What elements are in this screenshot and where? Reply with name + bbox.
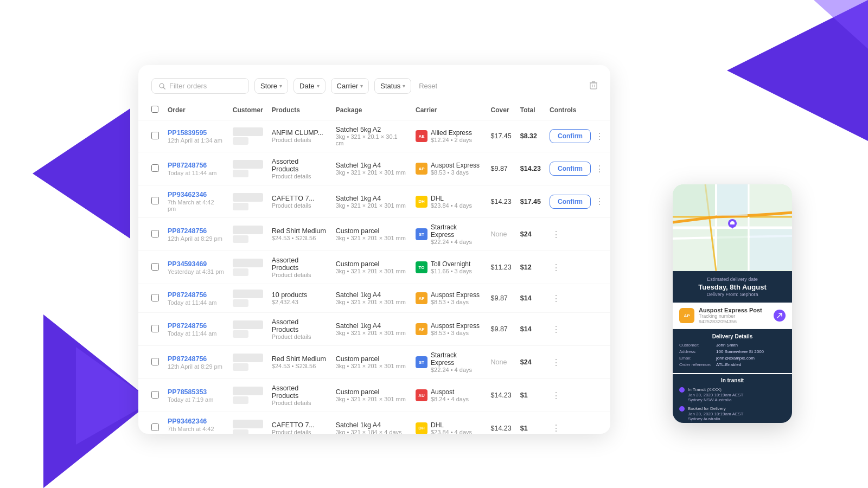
confirm-button[interactable]: Confirm xyxy=(550,162,591,176)
carrier-name: Toll Overnight xyxy=(431,260,472,268)
row-checkbox[interactable] xyxy=(151,423,159,431)
delete-button[interactable] xyxy=(590,81,597,92)
row-checkbox[interactable] xyxy=(151,197,159,204)
svg-rect-7 xyxy=(590,83,597,89)
status-filter[interactable]: Status ▾ xyxy=(374,78,411,94)
order-id[interactable]: PP34593469 xyxy=(168,260,224,268)
package-dimensions: 3kg • 321 × 201 × 301 mm xyxy=(336,235,407,241)
product-name: CAFETTO 7... xyxy=(272,421,327,429)
reference-value: ATL-Enabled xyxy=(716,362,741,367)
reset-button[interactable]: Reset xyxy=(419,82,437,90)
store-filter[interactable]: Store ▾ xyxy=(254,78,288,94)
customer-location xyxy=(233,137,248,145)
order-cell: PP87248756 Today at 11:44 am xyxy=(163,284,228,313)
order-id[interactable]: PP15839595 xyxy=(168,129,224,137)
product-name: ANFIM CLUMP... xyxy=(272,129,327,137)
order-id[interactable]: PP87248756 xyxy=(168,322,224,330)
transit-dot xyxy=(679,406,685,412)
customer-cell xyxy=(228,251,267,284)
more-options-button[interactable]: ⋮ xyxy=(593,163,606,175)
phone-carrier-row: AP Auspost Express Post Tracking number … xyxy=(673,303,792,329)
carrier-price: $8.53 • 3 days xyxy=(431,169,480,176)
controls-cell: ⋮ xyxy=(545,379,610,412)
package-name: Satchel 1kg A4 xyxy=(336,291,407,299)
total-cell: $8.32 xyxy=(516,120,545,152)
svg-rect-22 xyxy=(750,229,792,270)
carrier-logo: DH xyxy=(416,422,427,434)
more-options-button[interactable]: ⋮ xyxy=(550,292,563,305)
details-title: Delivery Details xyxy=(679,333,786,339)
order-id[interactable]: PP87248756 xyxy=(168,227,224,235)
product-detail: Product details xyxy=(272,137,327,143)
deco-arrow-top-right xyxy=(694,0,868,141)
confirm-button[interactable]: Confirm xyxy=(550,129,591,143)
svg-marker-2 xyxy=(33,108,130,239)
customer-name xyxy=(233,420,263,428)
customer-location xyxy=(233,330,248,338)
more-options-button[interactable]: ⋮ xyxy=(593,195,606,208)
customer-cell xyxy=(228,218,267,251)
total-cell: $17.45 xyxy=(516,185,545,218)
more-options-button[interactable]: ⋮ xyxy=(550,389,563,402)
package-name: Satchel 5kg A2 xyxy=(336,126,407,133)
date-filter[interactable]: Date ▾ xyxy=(293,78,325,94)
more-options-button[interactable]: ⋮ xyxy=(550,356,563,369)
order-id[interactable]: PP93462346 xyxy=(168,418,224,425)
row-checkbox[interactable] xyxy=(151,294,159,301)
package-name: Satchel 1kg A4 xyxy=(336,195,407,202)
search-box[interactable]: Filter orders xyxy=(151,78,249,94)
customer-location xyxy=(233,363,248,371)
row-checkbox-cell xyxy=(138,313,163,346)
customer-cell xyxy=(228,284,267,313)
row-checkbox[interactable] xyxy=(151,391,159,399)
total-cell: $14.23 xyxy=(516,152,545,185)
product-detail: Product details xyxy=(272,333,327,340)
products-column-header: Products xyxy=(267,102,331,120)
carrier-cell: AP Auspost Express $8.53 • 3 days xyxy=(411,313,487,346)
order-id[interactable]: PP93462346 xyxy=(168,191,224,198)
order-id[interactable]: PP87248756 xyxy=(168,162,224,169)
row-checkbox[interactable] xyxy=(151,263,159,271)
row-checkbox[interactable] xyxy=(151,358,159,365)
row-checkbox[interactable] xyxy=(151,325,159,332)
order-cell: PP87248756 Today at 11:44 am xyxy=(163,313,228,346)
phone-tracking-action[interactable] xyxy=(774,310,786,322)
carrier-name: Auspost Express xyxy=(431,162,480,169)
customer-label: Customer: xyxy=(679,343,712,348)
more-options-button[interactable]: ⋮ xyxy=(550,422,563,434)
row-checkbox[interactable] xyxy=(151,132,159,139)
carrier-cell: AP Auspost Express $8.53 • 3 days xyxy=(411,152,487,185)
package-dimensions: 3kg • 321 × 184 × 4 days xyxy=(336,429,407,434)
product-name: Assorted Products xyxy=(272,158,327,173)
more-options-button[interactable]: ⋮ xyxy=(550,228,563,241)
more-options-button[interactable]: ⋮ xyxy=(593,130,606,143)
confirm-button[interactable]: Confirm xyxy=(550,195,591,209)
select-all-checkbox[interactable] xyxy=(151,106,158,113)
row-checkbox[interactable] xyxy=(151,230,159,237)
products-cell: Red Shirt Medium $24.53 • S23L56 xyxy=(267,346,331,379)
table-row: PP34593469 Yesterday at 4:31 pm Assorted… xyxy=(138,251,610,284)
cover-cell: $14.23 xyxy=(487,185,516,218)
controls-cell: Confirm ⋮ xyxy=(545,120,610,152)
order-cell: PP87248756 Today at 11:44 am xyxy=(163,152,228,185)
order-date: 7th March at 4:42 pm xyxy=(168,426,224,434)
customer-name xyxy=(233,127,263,136)
customer-column-header: Customer xyxy=(228,102,267,120)
chevron-down-icon: ▾ xyxy=(403,83,405,89)
order-id[interactable]: PP87248756 xyxy=(168,355,224,363)
order-id[interactable]: PP78585353 xyxy=(168,388,224,396)
more-options-button[interactable]: ⋮ xyxy=(550,261,563,274)
package-dimensions: 3kg • 321 × 201 × 301 mm xyxy=(336,169,407,176)
delivery-date: Tuesday, 8th August xyxy=(679,283,786,291)
customer-name xyxy=(233,226,263,234)
table-row: PP87248756 Today at 11:44 am Assorted Pr… xyxy=(138,152,610,185)
cover-cell: $17.45 xyxy=(487,120,516,152)
package-name: Custom parcel xyxy=(336,227,407,235)
carrier-price: $8.53 • 3 days xyxy=(431,330,480,336)
products-cell: ANFIM CLUMP... Product details xyxy=(267,120,331,152)
orders-table: Order Customer Products Package Carrier … xyxy=(138,102,610,434)
row-checkbox[interactable] xyxy=(151,164,159,172)
carrier-filter[interactable]: Carrier ▾ xyxy=(331,78,369,94)
order-id[interactable]: PP87248756 xyxy=(168,291,224,299)
more-options-button[interactable]: ⋮ xyxy=(550,323,563,336)
